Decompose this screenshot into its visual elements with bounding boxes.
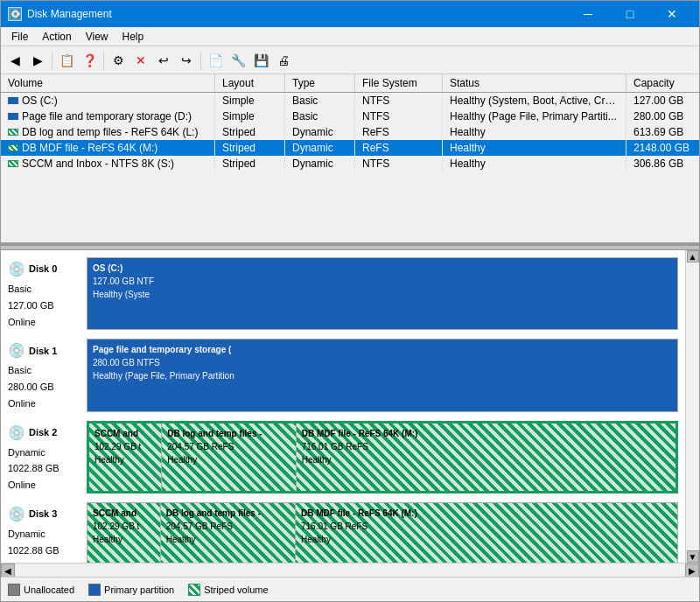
td-capacity: 127.00 GB [626, 93, 699, 108]
disk-name: Disk 1 [29, 343, 57, 360]
disk-name: Disk 2 [29, 424, 57, 441]
td-capacity: 2148.00 GB [626, 140, 699, 156]
minimize-button[interactable]: ─ [568, 1, 608, 27]
table-row[interactable]: DB MDF file - ReFS 64K (M:) Striped Dyna… [1, 140, 699, 156]
maximize-button[interactable]: □ [610, 1, 650, 27]
tb-properties[interactable]: 📋 [56, 50, 77, 71]
partition-label: DB log and temp files - [167, 427, 290, 440]
scroll-right-arrow[interactable]: ▶ [685, 564, 699, 578]
partition-box[interactable]: DB MDF file - ReFS 64K (M:)716.01 GB ReF… [297, 424, 676, 491]
td-status: Healthy [443, 156, 626, 172]
table-row[interactable]: Page file and temporary storage (D:) Sim… [1, 108, 699, 124]
td-fs: NTFS [355, 156, 443, 172]
legend-primary-box [88, 584, 101, 596]
partition-status: Healthy [302, 453, 670, 466]
table-row[interactable]: SCCM and Inbox - NTFS 8K (S:) Striped Dy… [1, 156, 699, 172]
scroll-down-arrow[interactable]: ▼ [687, 550, 699, 563]
col-fs[interactable]: File System [355, 74, 443, 92]
td-layout: Striped [215, 140, 285, 156]
legend-unallocated-box [8, 584, 20, 596]
menu-bar: File Action View Help [1, 27, 699, 46]
disk-entry: 💿Disk 2Dynamic1022.88 GBOnlineSCCM and10… [8, 421, 678, 494]
td-layout: Striped [215, 124, 285, 140]
partition-size: 716.01 GB ReFS [301, 520, 672, 533]
td-layout: Striped [215, 156, 285, 172]
disk-size: 280.00 GB [8, 379, 81, 396]
col-capacity[interactable]: Capacity [626, 74, 699, 92]
partition-box[interactable]: SCCM and102.29 GB tHealthy [89, 424, 162, 491]
disk-type: Dynamic [8, 444, 81, 461]
vertical-scrollbar[interactable]: ▲ ▼ [685, 250, 699, 563]
tb-sep2 [103, 52, 104, 69]
td-type: Dynamic [285, 124, 355, 140]
scroll-left-arrow[interactable]: ◀ [1, 564, 15, 578]
partition-label: Page file and temporary storage ( [93, 343, 672, 356]
app-icon: 💽 [8, 7, 22, 21]
tb-back[interactable]: ◀ [4, 50, 25, 71]
partition-label: DB MDF file - ReFS 64K (M:) [302, 427, 670, 440]
scroll-up-arrow[interactable]: ▲ [687, 250, 699, 262]
menu-action[interactable]: Action [35, 29, 78, 45]
legend-striped: Striped volume [188, 584, 268, 596]
partition-status: Healthy [93, 533, 155, 546]
disk-management-window: 💽 Disk Management ─ □ ✕ File Action View… [0, 0, 700, 602]
status-bar: Unallocated Primary partition Striped vo… [1, 577, 699, 601]
td-status: Healthy [443, 124, 626, 140]
td-volume: DB log and temp files - ReFS 64K (L:) [1, 124, 215, 140]
td-capacity: 280.00 GB [626, 108, 699, 124]
partition-status: Healthy (Page File, Primary Partition [93, 369, 672, 382]
disk-scroll[interactable]: 💿Disk 0Basic127.00 GBOnlineOS (C:)127.00… [1, 250, 685, 563]
tb-redo[interactable]: ↪ [176, 50, 197, 71]
table-row[interactable]: OS (C:) Simple Basic NTFS Healthy (Syste… [1, 93, 699, 108]
tb-sep1 [52, 52, 52, 69]
tb-help[interactable]: ❓ [79, 50, 100, 71]
partition-box[interactable]: DB log and temp files -204.57 GB ReFSHea… [162, 424, 296, 491]
col-layout[interactable]: Layout [215, 74, 285, 92]
table-row[interactable]: DB log and temp files - ReFS 64K (L:) St… [1, 124, 699, 140]
tb-sep3 [200, 52, 201, 69]
col-status[interactable]: Status [443, 74, 626, 92]
partition-box[interactable]: DB log and temp files -204.57 GB ReFSHea… [161, 503, 296, 563]
td-status: Healthy [443, 140, 626, 156]
partition-size: 102.29 GB t [93, 520, 155, 533]
tb-save[interactable]: 💾 [250, 50, 271, 71]
partition-box[interactable]: DB MDF file - ReFS 64K (M:)716.01 GB ReF… [296, 503, 677, 563]
tb-new[interactable]: 📄 [205, 50, 226, 71]
legend-unallocated-label: Unallocated [24, 584, 74, 595]
disk-entry: 💿Disk 0Basic127.00 GBOnlineOS (C:)127.00… [8, 257, 678, 330]
partition-box[interactable]: Page file and temporary storage (280.00 … [88, 340, 677, 410]
horizontal-scrollbar: ◀ ▶ [1, 563, 699, 577]
tb-delete[interactable]: ✕ [130, 50, 151, 71]
menu-help[interactable]: Help [116, 29, 151, 45]
td-capacity: 306.86 GB [626, 156, 699, 172]
disk-info: 💿Disk 3Dynamic1022.88 GBOnline [8, 502, 87, 563]
td-volume: DB MDF file - ReFS 64K (M:) [1, 140, 215, 156]
partition-size: 204.57 GB ReFS [166, 520, 290, 533]
partition-status: Healthy [94, 453, 156, 466]
td-type: Basic [285, 108, 355, 124]
legend-striped-label: Striped volume [204, 584, 268, 595]
partition-box[interactable]: SCCM and102.29 GB tHealthy [88, 503, 161, 563]
tb-forward[interactable]: ▶ [27, 50, 48, 71]
tb-undo[interactable]: ↩ [153, 50, 174, 71]
disk-partitions: OS (C:)127.00 GB NTFHealthy (Syste [87, 257, 678, 330]
disk-type: Basic [8, 362, 81, 379]
partition-box[interactable]: OS (C:)127.00 GB NTFHealthy (Syste [88, 258, 677, 329]
disk-info: 💿Disk 2Dynamic1022.88 GBOnline [8, 421, 87, 494]
tb-settings[interactable]: ⚙ [108, 50, 129, 71]
tb-print[interactable]: 🖨 [273, 50, 294, 71]
partition-size: 204.57 GB ReFS [167, 440, 290, 453]
td-layout: Simple [215, 108, 285, 124]
close-button[interactable]: ✕ [652, 1, 692, 27]
menu-file[interactable]: File [4, 29, 35, 45]
col-volume[interactable]: Volume [1, 74, 215, 92]
partition-label: OS (C:) [93, 262, 672, 275]
menu-view[interactable]: View [79, 29, 116, 45]
td-type: Basic [285, 93, 355, 108]
td-fs: ReFS [355, 140, 443, 156]
col-type[interactable]: Type [285, 74, 355, 92]
tb-wrench[interactable]: 🔧 [228, 50, 248, 71]
disk-name: Disk 0 [29, 261, 57, 277]
legend-unallocated: Unallocated [8, 584, 74, 596]
disk-type: Basic [8, 281, 81, 298]
